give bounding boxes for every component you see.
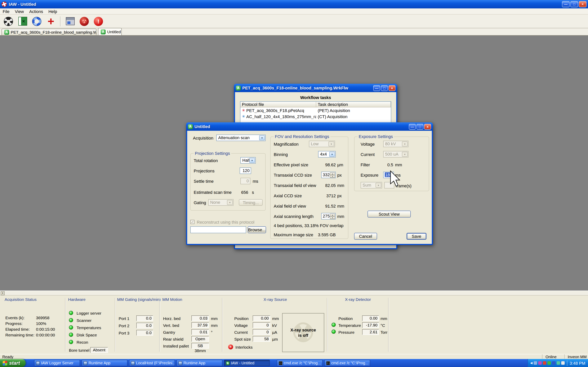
maximize-icon[interactable]: □: [381, 85, 388, 91]
tray-chevron-icon[interactable]: ◀: [530, 361, 533, 365]
tab-workflow[interactable]: A PET_acq_3600s_F18-online_blood_samplin…: [1, 29, 96, 35]
column-protocol-file[interactable]: Protocol file: [240, 102, 316, 107]
tray-icon-7[interactable]: [561, 361, 565, 365]
table-row[interactable]: ✳ AC_half_120_4x4_180ms_275mm_rat_JS... …: [240, 114, 391, 120]
transaxial-ccd-size-spinner[interactable]: 3328 ▲▼: [321, 172, 336, 178]
workflow-dialog-titlebar[interactable]: A PET_acq_3600s_F18-online_blood_samplin…: [234, 84, 397, 92]
start-button[interactable]: start: [0, 359, 26, 367]
tray-icon-4[interactable]: [547, 361, 551, 365]
tray-icon-3[interactable]: [543, 361, 546, 365]
clock: 3:48 PM: [570, 361, 585, 365]
acquisition-select[interactable]: Attenuation scan ▼: [216, 134, 266, 141]
status-bar: Ready Online Inveon MM: [0, 354, 588, 359]
acquisition-status-section: Acquisition Status Events (k): 369958 Pr…: [4, 295, 64, 354]
reconstruct-label: Reconstruct using this protocol: [197, 220, 254, 225]
menu-actions[interactable]: Actions: [26, 8, 46, 14]
chevron-down-icon[interactable]: ▼: [329, 152, 335, 157]
tray-icon-5[interactable]: [552, 361, 555, 365]
taskbar-item-runtime2[interactable]: Runtime App: [176, 360, 222, 366]
taskbar-item-localhost[interactable]: LocalHost (F:\Preclini...: [129, 360, 175, 366]
browse-button[interactable]: Browse...: [248, 226, 266, 233]
axial-scan-length-spinner[interactable]: 275 ▲▼: [321, 213, 336, 219]
spot-size-value: 58: [253, 336, 270, 342]
taskbar-item-logger[interactable]: IAW Logger Server: [34, 360, 80, 366]
table-row[interactable]: ✳ PET_acq_3600s_F18.pPetAcq (PET) Acquis…: [240, 108, 391, 114]
minimize-icon[interactable]: —: [562, 1, 570, 7]
reconstruct-checkbox[interactable]: ✓: [190, 220, 194, 224]
spin-up-icon[interactable]: ▲: [330, 214, 335, 216]
minimize-icon[interactable]: —: [409, 124, 416, 129]
alert-icon: !: [94, 17, 103, 26]
panel-divider: [222, 298, 223, 352]
save-button[interactable]: Save: [406, 233, 426, 240]
spin-down-icon[interactable]: ▼: [330, 216, 335, 219]
temperatures-led: [69, 325, 73, 330]
minimize-icon[interactable]: —: [373, 85, 380, 91]
disk-button[interactable]: [65, 16, 75, 26]
taskbar-item-cmd2[interactable]: C:\ cmd.exe /c "C:\Prog...: [324, 360, 370, 366]
tray-icon-2[interactable]: [538, 361, 542, 365]
untitled-dialog-title: Untitled: [194, 124, 210, 129]
cmd-icon: C:\: [279, 361, 283, 365]
gating-label: Gating: [194, 200, 206, 205]
menu-file[interactable]: File: [0, 8, 12, 14]
xray-detector-section: X-ray Detector Position 0.00 mm Temperat…: [329, 295, 387, 354]
close-icon[interactable]: ×: [579, 1, 587, 7]
installed-pallet-value: SB 38mm: [191, 343, 209, 349]
cmd-icon: C:\: [326, 361, 330, 365]
maximize-icon[interactable]: □: [571, 1, 578, 7]
tray-icon-1[interactable]: [534, 361, 537, 365]
taskbar-item-iaw[interactable]: A IAW - Untitled: [224, 360, 270, 366]
tab-app-icon: A: [101, 29, 106, 34]
spin-down-icon[interactable]: ▼: [330, 175, 335, 178]
total-rotation-select[interactable]: Half ▼: [240, 157, 256, 164]
progress-value: 100%: [36, 321, 46, 326]
toolbar: × + ☢ !: [0, 15, 588, 28]
untitled-dialog-titlebar[interactable]: A Untitled — □ ×: [186, 122, 433, 131]
xray-enable-button[interactable]: ☢: [79, 16, 89, 26]
ct-protocol-icon: ✳: [242, 115, 245, 118]
projections-field[interactable]: 120: [240, 167, 251, 174]
binning-select[interactable]: 4x4 ▼: [318, 151, 336, 158]
menu-view[interactable]: View: [12, 8, 26, 14]
chevron-down-icon[interactable]: ▼: [259, 135, 265, 140]
panel-close-icon[interactable]: x: [1, 291, 5, 295]
taskbar-item-cmd1[interactable]: C:\ cmd.exe /c "C:\Prog...: [277, 360, 323, 366]
scanner-ring-button[interactable]: [32, 16, 42, 26]
spin-up-icon[interactable]: ▲: [330, 172, 335, 175]
cancel-button[interactable]: Cancel: [354, 233, 377, 240]
source-position-value: 0.00: [253, 315, 270, 321]
effective-pixel-size-label: Effective pixel size: [274, 162, 308, 167]
add-button[interactable]: +: [46, 16, 56, 26]
recon-led: [69, 340, 73, 344]
scan-time-label: Estimated scan time: [194, 190, 232, 195]
tab-workflow-label: PET_acq_3600s_F18-online_blood_sampling.…: [11, 30, 96, 34]
close-icon[interactable]: ×: [424, 124, 431, 129]
bore-tunnel-value: Absent: [90, 347, 108, 353]
acquisition-wheel-button[interactable]: [3, 16, 13, 26]
tray-divider: [567, 360, 567, 366]
app-window-icon: [83, 361, 87, 365]
column-task-description[interactable]: Task description: [316, 102, 391, 107]
close-icon[interactable]: ×: [389, 85, 396, 91]
app-window-icon: [131, 361, 135, 365]
tab-untitled[interactable]: A Untitled: [98, 28, 122, 35]
reconstruct-path-field[interactable]: [190, 226, 246, 233]
windows-flag-icon: [3, 360, 7, 366]
temperature-led: [331, 323, 336, 327]
settle-time-unit: ms: [253, 179, 258, 184]
menu-help[interactable]: Help: [46, 8, 60, 14]
chevron-down-icon[interactable]: ▼: [249, 158, 255, 163]
task-description-cell: (CT) Acquisition: [316, 114, 349, 119]
spreadsheet-button[interactable]: ×: [17, 16, 27, 26]
scout-view-button[interactable]: Scout View: [367, 211, 411, 217]
abort-button[interactable]: !: [93, 16, 103, 26]
filter-value: 0.5: [383, 162, 393, 167]
axial-scan-length-label: Axial scanning length: [274, 214, 313, 219]
hardware-section: Hardware Logger server Scanner Temperatu…: [67, 295, 112, 354]
maximize-icon[interactable]: □: [416, 124, 424, 129]
tray-icon-6[interactable]: [557, 361, 560, 365]
taskbar-item-runtime1[interactable]: Runtime App: [82, 360, 128, 366]
transaxial-ccd-size-label: Transaxial CCD size: [274, 173, 312, 178]
plus-icon: +: [47, 17, 54, 26]
